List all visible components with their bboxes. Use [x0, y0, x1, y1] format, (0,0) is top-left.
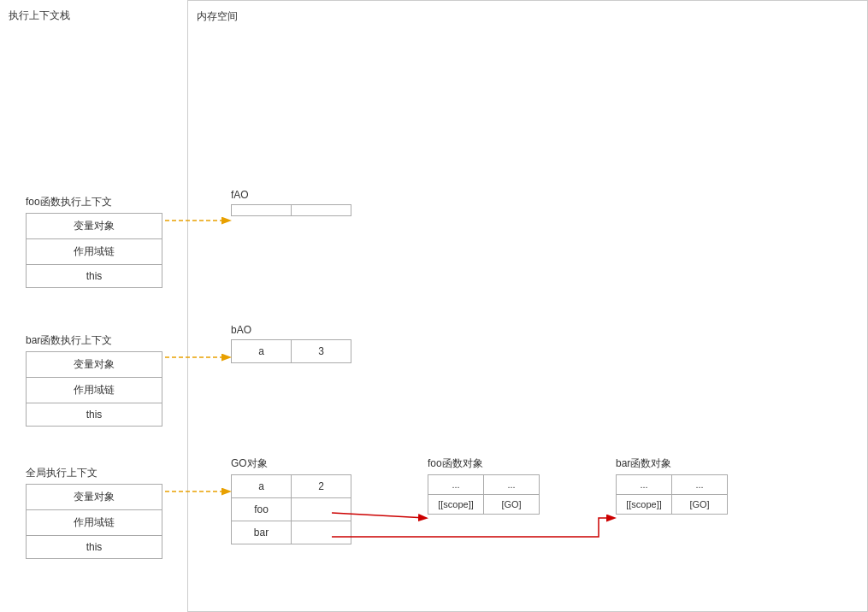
bar-obj-label: bar函数对象: [616, 456, 728, 471]
bar-context: bar函数执行上下文 变量对象 作用域链 this: [26, 333, 162, 427]
global-scope-chain: 作用域链: [27, 510, 162, 536]
global-this: this: [27, 536, 162, 558]
bar-context-label: bar函数执行上下文: [26, 333, 162, 348]
bar-obj-table: ... ... [[scope]] [GO]: [616, 474, 728, 515]
right-panel: 内存空间 fAO bAO a 3 GO对象 a 2 foo: [188, 0, 868, 612]
foo-obj-label: foo函数对象: [428, 456, 540, 471]
right-panel-title: 内存空间: [197, 9, 859, 24]
foo-scope-chain: 作用域链: [27, 239, 162, 265]
foo-context-box: 变量对象 作用域链 this: [26, 213, 162, 288]
bao-cell-a: a: [232, 340, 292, 363]
bar-obj-dot2: ...: [672, 475, 728, 495]
bao-label: bAO: [231, 324, 351, 336]
foo-obj-go: [GO]: [484, 495, 540, 515]
bar-this: this: [27, 403, 162, 426]
bar-obj-container: bar函数对象 ... ... [[scope]] [GO]: [616, 456, 728, 515]
global-context-label: 全局执行上下文: [26, 466, 162, 480]
bar-var-obj: 变量对象: [27, 352, 162, 378]
bao-container: bAO a 3: [231, 324, 351, 363]
bao-cell-3: 3: [292, 340, 351, 363]
foo-context-label: foo函数执行上下文: [26, 195, 162, 209]
foo-context: foo函数执行上下文 变量对象 作用域链 this: [26, 195, 162, 288]
bar-scope-chain: 作用域链: [27, 378, 162, 403]
left-panel: 执行上下文栈 foo函数执行上下文 变量对象 作用域链 this bar函数执行…: [0, 0, 188, 612]
global-context: 全局执行上下文 变量对象 作用域链 this: [26, 466, 162, 559]
go-cell-a-key: a: [232, 475, 292, 498]
fao-label: fAO: [231, 189, 351, 201]
foo-obj-table: ... ... [[scope]] [GO]: [428, 474, 540, 515]
foo-obj-container: foo函数对象 ... ... [[scope]] [GO]: [428, 456, 540, 515]
foo-this: this: [27, 265, 162, 287]
foo-obj-dot1: ...: [428, 475, 484, 495]
go-cell-foo-key: foo: [232, 498, 292, 521]
go-cell-bar-key: bar: [232, 521, 292, 544]
foo-var-obj: 变量对象: [27, 214, 162, 239]
fao-cell-1: [232, 205, 292, 216]
bar-obj-scope: [[scope]]: [617, 495, 672, 515]
left-panel-title: 执行上下文栈: [9, 9, 179, 23]
go-container: GO对象 a 2 foo bar: [231, 456, 351, 544]
bar-obj-go: [GO]: [672, 495, 728, 515]
global-context-box: 变量对象 作用域链 this: [26, 484, 162, 559]
go-cell-bar-val: [292, 521, 351, 544]
global-var-obj: 变量对象: [27, 485, 162, 510]
foo-obj-scope: [[scope]]: [428, 495, 484, 515]
foo-obj-dot2: ...: [484, 475, 540, 495]
go-label: GO对象: [231, 456, 351, 471]
bar-context-box: 变量对象 作用域链 this: [26, 351, 162, 427]
fao-container: fAO: [231, 189, 351, 216]
bar-obj-dot1: ...: [617, 475, 672, 495]
bao-table: a 3: [231, 339, 351, 363]
go-cell-foo-val: [292, 498, 351, 521]
fao-cell-2: [292, 205, 351, 216]
go-table: a 2 foo bar: [231, 474, 351, 544]
go-cell-a-val: 2: [292, 475, 351, 498]
fao-table: [231, 204, 351, 216]
